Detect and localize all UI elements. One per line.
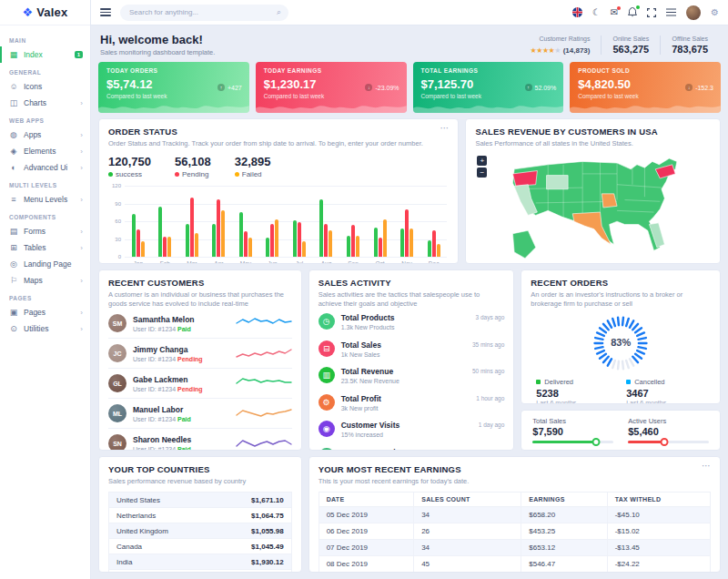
settings-gear-icon[interactable]: ⚙ bbox=[711, 8, 719, 17]
bar-success[interactable] bbox=[158, 207, 162, 257]
bar-pending[interactable] bbox=[324, 224, 328, 257]
bar-failed[interactable] bbox=[356, 236, 359, 257]
sidebar-item-icons[interactable]: ☺Icons bbox=[0, 78, 90, 95]
bar-success[interactable] bbox=[239, 212, 243, 257]
bar-pending[interactable] bbox=[298, 222, 301, 257]
hamburger-menu-icon[interactable] bbox=[100, 8, 111, 16]
activity-title: Total Products bbox=[341, 313, 395, 322]
bar-failed[interactable] bbox=[141, 241, 145, 258]
trend-arrow-icon: ↓ bbox=[685, 84, 693, 91]
sidebar-item-maps[interactable]: ⚐Maps› bbox=[0, 272, 90, 289]
card-menu-button[interactable]: ⋯ bbox=[440, 123, 450, 133]
sidebar-item-landing-page[interactable]: ◎Landing Page bbox=[0, 256, 90, 272]
bar-success[interactable] bbox=[212, 224, 216, 257]
bar-pending[interactable] bbox=[405, 209, 409, 257]
bar-success[interactable] bbox=[347, 236, 350, 257]
sidebar-item-apps[interactable]: ◍Apps› bbox=[0, 127, 90, 143]
country-row-india: India$1,930.12 bbox=[108, 554, 292, 570]
messages-icon[interactable]: ✉ bbox=[611, 8, 618, 17]
bar-pending[interactable] bbox=[432, 230, 436, 257]
customer-name: Sharon Needles bbox=[133, 435, 191, 444]
bar-success[interactable] bbox=[293, 220, 297, 257]
earnings-amount: $658.20 bbox=[521, 507, 607, 523]
x-axis-tick: Dec bbox=[429, 260, 440, 264]
map-zoom-in-button[interactable]: + bbox=[477, 156, 487, 166]
country-row-united-states: United States$1,671.10 bbox=[108, 493, 292, 508]
bar-group-apr: Apr bbox=[206, 186, 233, 264]
activity-time: 3 days ago bbox=[476, 313, 505, 320]
slider-knob[interactable] bbox=[661, 438, 669, 446]
slider-knob[interactable] bbox=[592, 438, 600, 446]
bar-success[interactable] bbox=[400, 229, 404, 257]
activity-row-customer-visits: ◉Customer Visits15% increased1 day ago bbox=[318, 416, 505, 443]
sidebar-item-elements[interactable]: ◈Elements› bbox=[0, 143, 90, 159]
layers-icon: ◈ bbox=[9, 147, 18, 156]
bar-failed[interactable] bbox=[410, 229, 413, 257]
bar-failed[interactable] bbox=[221, 210, 225, 257]
usa-choropleth[interactable] bbox=[484, 154, 712, 261]
dark-mode-moon-icon[interactable]: ☾ bbox=[592, 8, 601, 17]
bar-failed[interactable] bbox=[167, 237, 171, 257]
bar-pending[interactable] bbox=[136, 229, 140, 257]
bar-success[interactable] bbox=[132, 214, 136, 257]
sidebar-item-forms[interactable]: ▤Forms› bbox=[0, 223, 90, 239]
bar-failed[interactable] bbox=[302, 241, 306, 257]
search-input[interactable] bbox=[120, 5, 288, 21]
sidebar-item-index[interactable]: ▦Index1 bbox=[0, 46, 90, 63]
sidebar-item-menu-levels[interactable]: ≡Menu Levels› bbox=[0, 191, 90, 208]
bar-success[interactable] bbox=[319, 199, 323, 257]
bar-pending[interactable] bbox=[351, 225, 355, 257]
sidebar-item-tables[interactable]: ⊞Tables› bbox=[0, 239, 90, 256]
pages-icon: ▣ bbox=[9, 308, 18, 317]
sidebar-section-label: COMPONENTS bbox=[0, 208, 90, 223]
trend-arrow-icon: ↑ bbox=[217, 84, 225, 91]
bar-failed[interactable] bbox=[195, 233, 198, 257]
country-row-australia: Australia$1,042.00 bbox=[108, 570, 292, 573]
user-avatar[interactable] bbox=[686, 5, 701, 20]
chevron-right-icon: › bbox=[80, 325, 83, 333]
bar-failed[interactable] bbox=[248, 238, 252, 257]
bar-failed[interactable] bbox=[275, 219, 278, 258]
map-zoom-out-button[interactable]: − bbox=[477, 168, 487, 178]
earnings-date: 06 Dec 2019 bbox=[318, 523, 414, 540]
bar-success[interactable] bbox=[374, 228, 378, 258]
fullscreen-icon[interactable] bbox=[647, 8, 656, 17]
sales-activity-subtitle: Sales activities are the tactics that sa… bbox=[318, 290, 505, 309]
bar-pending[interactable] bbox=[163, 237, 167, 257]
card-menu-button[interactable]: ⋯ bbox=[702, 461, 712, 471]
bar-pending[interactable] bbox=[244, 231, 248, 258]
bar-failed[interactable] bbox=[383, 219, 387, 258]
search-icon[interactable]: ⌕ bbox=[277, 7, 281, 17]
slider-track[interactable] bbox=[532, 441, 613, 443]
activity-title: Total Revenue bbox=[341, 367, 399, 376]
sidebar-item-utilities[interactable]: ⊙Utilities› bbox=[0, 320, 90, 337]
stat-value: ★★★★★ (14,873) bbox=[531, 44, 591, 55]
customer-meta: User ID: #1234 Paid bbox=[133, 446, 191, 451]
bar-pending[interactable] bbox=[379, 238, 382, 257]
customer-meta: User ID: #1234 Paid bbox=[133, 326, 195, 332]
bar-success[interactable] bbox=[428, 240, 431, 257]
flag-icon[interactable] bbox=[572, 7, 582, 17]
country-row-canada: Canada$1,045.49 bbox=[108, 539, 292, 554]
sidebar-item-charts[interactable]: ◫Charts› bbox=[0, 95, 90, 111]
notifications-bell-icon[interactable] bbox=[628, 7, 637, 17]
bar-pending[interactable] bbox=[190, 198, 194, 257]
legend-dot-icon bbox=[626, 380, 631, 384]
bar-pending[interactable] bbox=[270, 224, 274, 257]
sidebar-item-advanced-ui[interactable]: ◐Advanced Ui› bbox=[0, 159, 90, 176]
slider-value: $7,590 bbox=[532, 426, 613, 437]
bar-success[interactable] bbox=[266, 238, 269, 257]
bar-success[interactable] bbox=[186, 224, 189, 257]
slider-track[interactable] bbox=[628, 441, 709, 443]
sidebar-item-label: Charts bbox=[24, 98, 75, 107]
chevron-right-icon: › bbox=[80, 164, 83, 172]
y-axis-tick: 90 bbox=[115, 201, 121, 207]
bar-failed[interactable] bbox=[437, 244, 440, 257]
sidebar-item-pages[interactable]: ▣Pages› bbox=[0, 304, 90, 320]
bar-failed[interactable] bbox=[329, 230, 332, 257]
stat-label: Offline Sales bbox=[672, 36, 708, 42]
recent-customers-card: RECENT CUSTOMERS A customer is an indivi… bbox=[98, 269, 302, 451]
list-menu-icon[interactable] bbox=[666, 8, 676, 16]
bar-pending[interactable] bbox=[217, 199, 220, 257]
brand[interactable]: ❖ Valex bbox=[0, 0, 90, 25]
